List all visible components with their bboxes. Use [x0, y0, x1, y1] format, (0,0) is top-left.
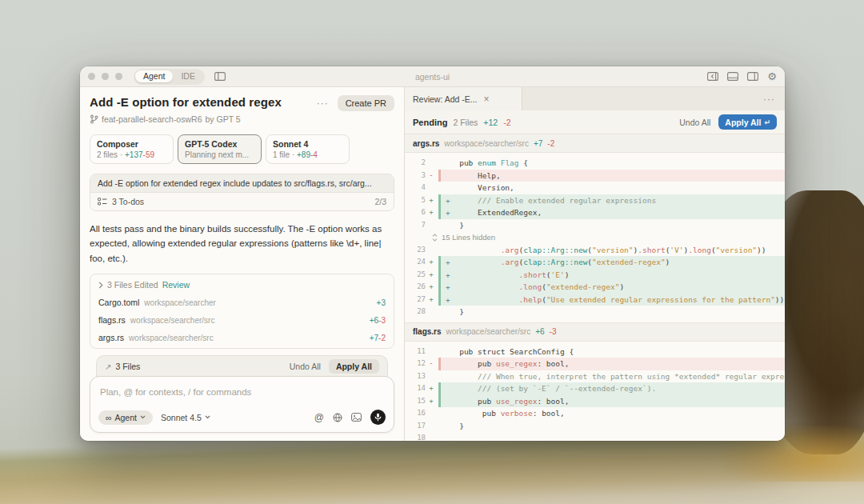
checklist-icon — [98, 198, 107, 206]
diff-line: Version, — [438, 182, 785, 194]
create-pr-button[interactable]: Create PR — [338, 95, 394, 111]
diff-gutter: 26+ — [405, 281, 438, 294]
bottom-panel-icon[interactable] — [727, 72, 738, 81]
diff-line: + .arg(clap::Arg::new("extended-regex") — [438, 256, 785, 269]
diff-row: 23 .arg(clap::Arg::new("version").short(… — [405, 244, 785, 257]
files-changed-link[interactable]: ↗ 3 Files — [105, 362, 140, 371]
diff-line: /// (set by `-E` / `--extended-regex`). — [438, 382, 785, 395]
agent-card-gpt5-codex[interactable]: GPT-5 Codex Planning next m... — [178, 134, 262, 164]
right-panel-icon[interactable] — [747, 72, 758, 81]
todo-summary[interactable]: Add -E option for extended regex include… — [90, 174, 394, 193]
diff-gutter: 3- — [405, 170, 438, 182]
line-number: 14 — [405, 382, 426, 395]
diff-row: 6++ ExtendedRegex, — [405, 206, 785, 219]
tabbar-more-icon[interactable]: ··· — [754, 94, 785, 105]
review-tabbar: Review: Add -E... × ··· — [405, 87, 785, 110]
tab-agent[interactable]: Agent — [135, 70, 173, 82]
task-title: Add -E option for extended regex — [90, 95, 282, 109]
minimize-window-button[interactable] — [102, 73, 109, 80]
return-key-icon: ↵ — [764, 118, 770, 126]
close-tab-icon[interactable]: × — [484, 94, 490, 104]
diff-gutter: 16 — [405, 407, 438, 420]
diff-gutter: 5+ — [405, 194, 438, 207]
task-more-icon[interactable]: ··· — [315, 97, 330, 110]
edited-file-row[interactable]: args.rs workspace/searcher/src +7-2 — [90, 329, 394, 346]
apply-all-button[interactable]: Apply All — [329, 359, 379, 374]
diff-file-name: flags.rs — [413, 327, 442, 336]
settings-gear-icon[interactable]: ⚙ — [767, 71, 777, 82]
diff-row: 15+ pub use_regex: bool, — [405, 395, 785, 408]
globe-icon[interactable] — [333, 413, 342, 422]
line-number: 4 — [405, 182, 426, 194]
mode-dropdown[interactable]: ∞ Agent — [98, 410, 153, 425]
diff-line: pub use_regex: bool, — [438, 395, 785, 408]
diff-gutter: 14+ — [405, 382, 438, 395]
diff-file-header[interactable]: flags.rsworkspace/searcher/src+6-3 — [405, 322, 785, 342]
undo-all-button[interactable]: Undo All — [679, 118, 710, 127]
diff-row: 4 Version, — [405, 182, 785, 194]
review-link[interactable]: Review — [162, 280, 190, 290]
gutter-sign — [426, 407, 437, 420]
apply-all-button[interactable]: Apply All ↵ — [718, 114, 777, 130]
diff-line: + /// Enable extended regular expression… — [438, 194, 785, 207]
tab-ide[interactable]: IDE — [173, 70, 203, 82]
code-line: } — [441, 306, 785, 318]
files-edited-box: 3 Files Edited Review Cargo.toml workspa… — [90, 274, 394, 349]
line-number: 11 — [405, 346, 426, 358]
line-number: 6 — [405, 206, 426, 219]
diff-line: pub enum Flag { — [438, 157, 785, 170]
diff-file-header[interactable]: args.rsworkspace/searcher/src+7-2 — [405, 134, 785, 153]
code-line: pub use_regex: bool, — [441, 395, 785, 408]
gutter-sign: + — [426, 269, 437, 282]
hidden-lines-row[interactable]: 15 Lines hidden — [405, 231, 785, 244]
agent-card-sonnet4[interactable]: Sonnet 4 1 file · +89-4 — [266, 134, 350, 164]
mic-button[interactable] — [370, 410, 386, 425]
diff-file-path: workspace/searcher/src — [444, 139, 529, 148]
sidebar-toggle-icon[interactable] — [214, 72, 226, 81]
agent-card-composer[interactable]: Composer 2 files · +137-59 — [90, 134, 174, 164]
line-number: 13 — [405, 370, 426, 383]
diff-gutter: 24+ — [405, 256, 438, 269]
code-line: } — [441, 219, 785, 232]
todo-progress: 2/3 — [374, 197, 386, 206]
diff-line: /// When true, interpret the pattern usi… — [438, 370, 785, 383]
edited-file-row[interactable]: flags.rs workspace/searcher/src +6-3 — [90, 311, 394, 329]
gutter-sign — [426, 346, 437, 358]
code-line: Version, — [441, 182, 785, 194]
zoom-window-button[interactable] — [115, 73, 122, 80]
diff-row: 28 } — [405, 306, 785, 318]
pending-files-count: 2 Files — [453, 118, 478, 127]
line-number: 18 — [405, 432, 426, 441]
model-dropdown[interactable]: Sonnet 4.5 — [161, 413, 210, 422]
arrow-up-right-icon: ↗ — [105, 362, 111, 371]
diff-line: Help, — [438, 170, 785, 182]
todo-row[interactable]: 3 To-dos 2/3 — [90, 193, 394, 210]
prompt-input[interactable] — [98, 387, 389, 397]
mention-icon[interactable]: @ — [314, 412, 324, 423]
diff-line: .arg(clap::Arg::new("version").short('V'… — [438, 244, 785, 257]
diff-gutter: 2 — [405, 157, 438, 170]
line-number: 27 — [405, 294, 426, 306]
agent-stats: 2 files · +137-59 — [97, 150, 166, 159]
gutter-sign: + — [426, 395, 437, 408]
files-edited-header[interactable]: 3 Files Edited Review — [90, 276, 394, 294]
code-line: pub enum Flag { — [441, 157, 785, 170]
undo-all-button[interactable]: Undo All — [290, 362, 321, 371]
pending-removed: -2 — [503, 118, 510, 127]
code-line: pub verbose: bool, — [441, 407, 785, 420]
diff-line — [438, 432, 785, 441]
edited-file-row[interactable]: Cargo.toml workspace/searcher +3 — [90, 294, 394, 311]
chevron-down-icon — [205, 415, 210, 419]
review-tab[interactable]: Review: Add -E... × — [405, 87, 522, 110]
agent-name: Sonnet 4 — [273, 139, 342, 149]
branch-row: feat-parallel-search-oswR6 by GPT 5 — [90, 114, 394, 124]
code-line: pub use_regex: bool, — [441, 358, 785, 370]
diff-gutter: 17 — [405, 420, 438, 433]
gutter-sign — [426, 182, 437, 194]
chevron-down-icon — [140, 415, 146, 419]
collapse-left-panel-icon[interactable] — [707, 72, 718, 81]
image-icon[interactable] — [351, 413, 362, 422]
line-number: 15 — [405, 395, 426, 408]
close-window-button[interactable] — [88, 73, 95, 80]
diff-gutter: 4 — [405, 182, 438, 194]
